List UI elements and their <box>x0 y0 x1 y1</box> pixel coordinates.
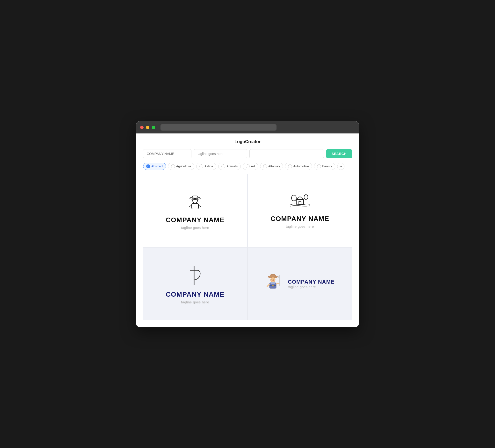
svg-rect-31 <box>272 285 274 286</box>
filter-chip-animals[interactable]: Animals <box>218 163 241 170</box>
search-button[interactable]: SEARCH <box>326 149 352 158</box>
filter-chip-beauty[interactable]: Beauty <box>314 163 335 170</box>
logo-card-1[interactable]: COMPANY NAME tagline goes here <box>143 174 247 247</box>
scythe-icon <box>185 264 205 288</box>
svg-line-4 <box>189 205 192 207</box>
filter-next-button[interactable]: → <box>337 163 344 170</box>
filter-chip-agriculture[interactable]: Agriculture <box>168 163 194 170</box>
check-icon-automotive <box>288 164 292 168</box>
svg-rect-18 <box>270 274 276 277</box>
svg-rect-3 <box>192 204 198 209</box>
check-icon-airline <box>199 164 203 168</box>
maximize-button[interactable] <box>152 126 155 129</box>
check-icon-beauty <box>317 164 321 168</box>
logo-company-2: COMPANY NAME <box>271 215 329 223</box>
logo-card-2[interactable]: COMPANY NAME tagline goes here <box>248 174 352 247</box>
logo-tagline-2: tagline goes here <box>286 224 314 228</box>
svg-point-8 <box>291 195 296 201</box>
filter-label-airline: Airline <box>205 164 213 168</box>
check-icon-abstract <box>146 164 150 168</box>
svg-rect-23 <box>271 282 275 284</box>
filter-label-art: Art <box>251 164 255 168</box>
check-icon-art <box>246 164 250 168</box>
logo-company-1: COMPANY NAME <box>166 216 224 224</box>
logo-grid: COMPANY NAME tagline goes here <box>143 174 352 320</box>
svg-line-25 <box>276 283 279 284</box>
check-icon-attorney <box>263 164 267 168</box>
logo-card-3[interactable]: COMPANY NAME tagline goes here <box>143 248 247 320</box>
filter-chip-abstract[interactable]: Abstract <box>143 163 166 170</box>
filter-chip-art[interactable]: Art <box>243 163 258 170</box>
farmer2-icon <box>265 272 285 294</box>
logo-card-4[interactable]: COMPANY NAME tagline goes here <box>248 248 352 320</box>
filter-label-animals: Animals <box>226 164 238 168</box>
svg-line-5 <box>198 205 201 207</box>
filter-label-beauty: Beauty <box>322 164 332 168</box>
logo-company-4: COMPANY NAME <box>288 279 334 285</box>
filter-chip-automotive[interactable]: Automotive <box>285 163 312 170</box>
check-icon-agriculture <box>171 164 175 168</box>
browser-titlebar <box>136 121 359 133</box>
svg-point-21 <box>274 279 274 280</box>
filter-label-automotive: Automotive <box>293 164 309 168</box>
logo-tagline-1: tagline goes here <box>181 226 209 230</box>
close-button[interactable] <box>140 126 144 129</box>
minimize-button[interactable] <box>146 126 149 129</box>
svg-rect-12 <box>296 199 303 204</box>
filter-chip-airline[interactable]: Airline <box>196 163 216 170</box>
search-bar: SEARCH <box>143 149 352 158</box>
filter-label-agriculture: Agriculture <box>176 164 191 168</box>
keyword-input[interactable] <box>249 149 324 158</box>
filter-chip-attorney[interactable]: Attorney <box>260 163 283 170</box>
app-title: LogoCreator <box>143 139 352 144</box>
check-icon-animals <box>221 164 225 168</box>
filter-label-abstract: Abstract <box>151 164 163 168</box>
logo-inner-1: COMPANY NAME tagline goes here <box>166 192 224 230</box>
tagline-input[interactable] <box>194 149 247 158</box>
logo-inner-4: COMPANY NAME tagline goes here <box>265 272 334 295</box>
browser-window: LogoCreator SEARCH Abstract Agriculture … <box>136 121 359 327</box>
svg-point-19 <box>271 277 275 282</box>
logo-tagline-3: tagline goes here <box>181 300 209 304</box>
svg-marker-13 <box>296 196 303 199</box>
app-content: LogoCreator SEARCH Abstract Agriculture … <box>136 133 359 327</box>
logo-inner-2: COMPANY NAME tagline goes here <box>271 193 329 228</box>
logo-tagline-4: tagline goes here <box>288 285 334 289</box>
logo-company-3: COMPANY NAME <box>166 291 224 298</box>
farmer-icon <box>185 192 205 213</box>
filter-label-attorney: Attorney <box>268 164 280 168</box>
filter-bar: Abstract Agriculture Airline Animals Art… <box>143 163 352 170</box>
svg-point-20 <box>272 279 272 280</box>
svg-point-10 <box>304 195 308 199</box>
address-bar[interactable] <box>161 124 276 131</box>
svg-rect-14 <box>299 201 301 204</box>
logo-inner-3: COMPANY NAME tagline goes here <box>166 264 224 304</box>
farm-icon <box>289 193 311 212</box>
company-name-input[interactable] <box>143 149 192 158</box>
logo-text-group-4: COMPANY NAME tagline goes here <box>288 279 334 289</box>
svg-line-24 <box>267 284 270 286</box>
